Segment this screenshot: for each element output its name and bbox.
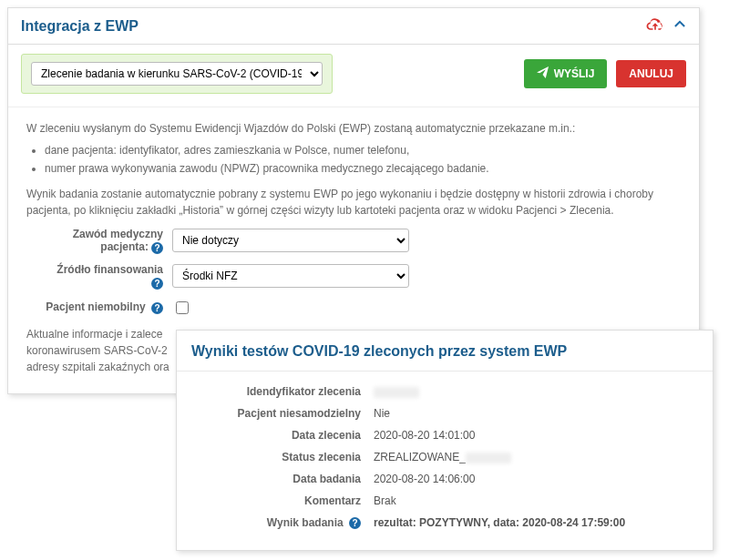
cancel-button-label: ANULUJ xyxy=(629,67,673,80)
value-status: ZREALIZOWANE_ xyxy=(374,451,511,463)
results-row-status: Status zlecenia ZREALIZOWANE_ xyxy=(191,446,698,468)
value-id xyxy=(374,385,419,398)
profession-select[interactable]: Nie dotyczy xyxy=(172,229,409,252)
results-body: Idendyfikator zlecenia Pacjent niesamodz… xyxy=(177,372,713,550)
paper-plane-icon xyxy=(537,66,549,81)
label-result: Wynik badania ? xyxy=(191,516,374,529)
form-row-immobile: Pacjent niemobilny ? xyxy=(26,299,681,317)
ewp-results-panel: Wyniki testów COVID-19 zleconych przez s… xyxy=(176,330,714,551)
results-row-dependent: Pacjent niesamodzielny Nie xyxy=(191,402,698,424)
order-type-wrapper: Zlecenie badania w kierunku SARS-CoV-2 (… xyxy=(21,54,333,94)
label-order-date: Data zlecenia xyxy=(191,429,374,442)
funding-select[interactable]: Środki NFZ xyxy=(172,264,409,288)
form-row-funding: Źródło finansowania? Środki NFZ xyxy=(26,263,681,290)
list-item: numer prawa wykonywania zawodu (NPWZ) pr… xyxy=(45,160,681,177)
cancel-button[interactable]: ANULUJ xyxy=(616,60,686,87)
list-item: dane pacjenta: identyfikator, adres zami… xyxy=(45,142,681,158)
immobile-label: Pacjent niemobilny ? xyxy=(26,300,172,313)
redacted-value xyxy=(374,387,419,398)
results-row-order-date: Data zlecenia 2020-08-20 14:01:00 xyxy=(191,424,698,446)
send-button[interactable]: WYŚLIJ xyxy=(524,59,608,88)
form-row-profession: Zawód medyczny pacjenta:? Nie dotyczy xyxy=(26,228,681,254)
help-icon[interactable]: ? xyxy=(349,517,361,529)
help-icon[interactable]: ? xyxy=(151,242,163,254)
label-id: Idendyfikator zlecenia xyxy=(191,385,374,398)
results-row-comment: Komentarz Brak xyxy=(191,490,698,512)
results-row-result: Wynik badania ? rezultat: POZYTYWNY, dat… xyxy=(191,512,698,534)
intro-text: W zleceniu wysłanym do Systemu Ewidencji… xyxy=(26,120,681,137)
intro-list: dane pacjenta: identyfikator, adres zami… xyxy=(45,142,681,177)
upload-cloud-icon[interactable] xyxy=(646,17,664,35)
panel-header: Integracja z EWP xyxy=(8,8,699,45)
paragraph: Wynik badania zostanie automatycznie pob… xyxy=(26,186,681,219)
profession-label: Zawód medyczny pacjenta:? xyxy=(26,228,172,254)
value-order-date: 2020-08-20 14:01:00 xyxy=(374,429,475,442)
header-icons xyxy=(646,17,686,35)
results-row-test-date: Data badania 2020-08-20 14:06:00 xyxy=(191,468,698,490)
value-dependent: Nie xyxy=(374,407,390,420)
redacted-value xyxy=(466,453,511,463)
panel-title: Integracja z EWP xyxy=(21,18,139,35)
results-row-id: Idendyfikator zlecenia xyxy=(191,381,698,402)
collapse-icon[interactable] xyxy=(673,17,686,35)
label-status: Status zlecenia xyxy=(191,451,374,463)
funding-label: Źródło finansowania? xyxy=(26,263,172,290)
label-test-date: Data badania xyxy=(191,473,374,485)
order-type-select[interactable]: Zlecenie badania w kierunku SARS-CoV-2 (… xyxy=(31,62,323,86)
value-result: rezultat: POZYTYWNY, data: 2020-08-24 17… xyxy=(374,516,625,529)
value-comment: Brak xyxy=(374,494,396,507)
value-test-date: 2020-08-20 14:06:00 xyxy=(374,473,475,485)
results-title: Wyniki testów COVID-19 zleconych przez s… xyxy=(177,331,713,372)
immobile-checkbox[interactable] xyxy=(176,301,189,314)
toolbar: Zlecenie badania w kierunku SARS-CoV-2 (… xyxy=(8,45,699,107)
label-comment: Komentarz xyxy=(191,494,374,507)
send-button-label: WYŚLIJ xyxy=(554,67,595,80)
help-icon[interactable]: ? xyxy=(151,302,163,314)
help-icon[interactable]: ? xyxy=(151,278,163,290)
label-dependent: Pacjent niesamodzielny xyxy=(191,407,374,420)
